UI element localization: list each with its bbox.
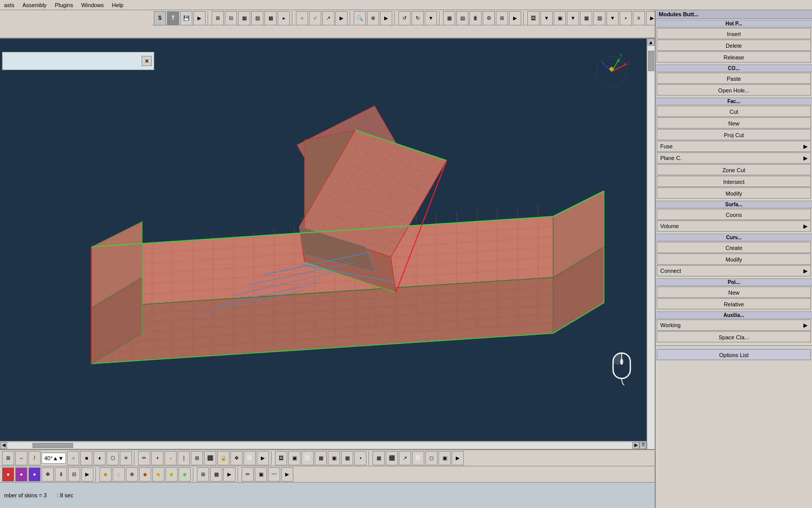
toolbar-btn-circle[interactable]: ○ bbox=[296, 11, 308, 25]
btn-intersect[interactable]: Intersect bbox=[657, 176, 811, 187]
bt2-func5[interactable]: 〰 bbox=[268, 467, 280, 482]
btn-release[interactable]: Release bbox=[657, 51, 811, 62]
bt2-color1[interactable]: ● bbox=[2, 467, 14, 482]
bt2-func4[interactable]: ▣ bbox=[255, 467, 267, 482]
bt-circle[interactable]: ○ bbox=[67, 451, 79, 465]
btn-new-poi[interactable]: New bbox=[657, 287, 811, 298]
bt2-diamond4[interactable]: ◆ bbox=[152, 467, 164, 482]
bt-view-c[interactable]: ⬜ bbox=[301, 451, 314, 465]
bt-grid[interactable]: ⊞ bbox=[191, 451, 203, 465]
bt-lock[interactable]: 🔒 bbox=[217, 451, 229, 465]
bt2-diamond2[interactable]: ◇ bbox=[113, 467, 125, 482]
bt-view-g[interactable]: ▪ bbox=[354, 451, 366, 465]
toolbar-btn-grid3[interactable]: ▦ bbox=[238, 11, 250, 25]
toolbar-btn-grid1[interactable]: ⊞ bbox=[212, 11, 224, 25]
bt-bar[interactable]: | bbox=[178, 451, 190, 465]
bt2-mesh1[interactable]: ⊞ bbox=[197, 467, 209, 482]
btn-relative[interactable]: Relative bbox=[657, 298, 811, 309]
btn-zone-cut[interactable]: Zone Cut bbox=[657, 164, 811, 175]
toolbar-btn-arrow[interactable]: ▶ bbox=[193, 11, 206, 25]
toolbar-btn-redo[interactable]: ↻ bbox=[412, 11, 424, 25]
bt2-arrow[interactable]: ▶ bbox=[81, 467, 93, 482]
bt2-func1[interactable]: Ⅱ bbox=[55, 467, 67, 482]
toolbar-btn-arrow9[interactable]: ▼ bbox=[567, 11, 579, 25]
toolbar-btn-view2[interactable]: ▣ bbox=[554, 11, 566, 25]
toolbar-btn-arrow6[interactable]: ▼ bbox=[425, 11, 437, 25]
menu-help[interactable]: Help bbox=[108, 2, 128, 8]
btn-fuse[interactable]: Fuse▶ bbox=[657, 141, 811, 152]
toolbar-btn-view5[interactable]: ▪ bbox=[620, 11, 632, 25]
options-list-button[interactable]: Options List bbox=[657, 349, 811, 360]
bt-arrow2[interactable]: ▶ bbox=[257, 451, 269, 465]
btn-proj-cut[interactable]: Proj Cut bbox=[657, 129, 811, 140]
bt-poly[interactable]: ⬡ bbox=[107, 451, 119, 465]
bt-pencil[interactable]: ✏ bbox=[138, 451, 150, 465]
bt2-arrow2[interactable]: ▶ bbox=[223, 467, 235, 482]
toolbar-btn-save[interactable]: 💾 bbox=[180, 11, 192, 25]
bt-func4[interactable]: ⬜ bbox=[412, 451, 424, 465]
toolbar-btn-arrow10[interactable]: ▼ bbox=[606, 11, 619, 25]
toolbar-btn-arrow7[interactable]: ▶ bbox=[509, 11, 521, 25]
menu-asts[interactable]: asts bbox=[0, 2, 18, 8]
bt2-mesh2[interactable]: ▦ bbox=[210, 467, 222, 482]
bt-star[interactable]: ✳ bbox=[120, 451, 132, 465]
btn-coons[interactable]: Coons bbox=[657, 209, 811, 220]
bt-arrow-r[interactable]: ▶ bbox=[452, 451, 464, 465]
dialog-close-button[interactable]: ✕ bbox=[142, 56, 152, 66]
bt-func5[interactable]: ◻ bbox=[425, 451, 437, 465]
toolbar-btn-grid5[interactable]: ▩ bbox=[264, 11, 277, 25]
toolbar-btn-table2[interactable]: ▤ bbox=[456, 11, 468, 25]
bt-plus[interactable]: + bbox=[151, 451, 163, 465]
menu-plugins[interactable]: Plugins bbox=[51, 2, 77, 8]
bt-cube[interactable]: ⬛ bbox=[204, 451, 216, 465]
bt2-view1[interactable]: ⊕ bbox=[126, 467, 138, 482]
btn-plane-c[interactable]: Plane C.▶ bbox=[657, 152, 811, 164]
btn-create[interactable]: Create bbox=[657, 242, 811, 253]
toolbar-btn-search[interactable]: 🔍 bbox=[354, 11, 366, 25]
toolbar-btn-arrow4[interactable]: ▶ bbox=[335, 11, 348, 25]
bt-heart[interactable]: ♦ bbox=[93, 451, 106, 465]
toolbar-btn-check[interactable]: ✓ bbox=[309, 11, 321, 25]
toolbar-btn-zoom[interactable]: ⊕ bbox=[367, 11, 379, 25]
bt-view-a[interactable]: 🖼 bbox=[275, 451, 287, 465]
toolbar-btn-arrow3[interactable]: ↗ bbox=[322, 11, 334, 25]
bt2-expand[interactable]: ✥ bbox=[42, 467, 54, 482]
bt-func1[interactable]: ▦ bbox=[373, 451, 385, 465]
bt-rect[interactable]: ■ bbox=[80, 451, 92, 465]
bt-move[interactable]: ✥ bbox=[230, 451, 243, 465]
bt-view-b[interactable]: ▣ bbox=[288, 451, 300, 465]
toolbar-btn-view3[interactable]: ▦ bbox=[580, 11, 592, 25]
bt-select[interactable]: ⊞ bbox=[2, 451, 14, 465]
toolbar-btn-t[interactable]: T bbox=[167, 11, 179, 25]
bt-line[interactable]: / bbox=[28, 451, 41, 465]
bt2-func6[interactable]: ▶ bbox=[281, 467, 293, 482]
bt-select2[interactable]: ↔ bbox=[15, 451, 27, 465]
btn-cut[interactable]: Cut bbox=[657, 106, 811, 117]
toolbar-btn-mesh[interactable]: ⊞ bbox=[496, 11, 508, 25]
bt-view-f[interactable]: ▩ bbox=[341, 451, 353, 465]
toolbar-btn-delete[interactable]: 🗑 bbox=[469, 11, 482, 25]
bt-view-e[interactable]: ▣ bbox=[328, 451, 340, 465]
btn-volume[interactable]: Volume▶ bbox=[657, 220, 811, 232]
toolbar-btn-table1[interactable]: ▦ bbox=[443, 11, 455, 25]
bt2-color3[interactable]: ● bbox=[28, 467, 41, 482]
bt2-diamond[interactable]: ◆ bbox=[99, 467, 112, 482]
bt-func6[interactable]: ▣ bbox=[438, 451, 451, 465]
horizontal-scrollbar[interactable]: ◀ ▶ ☰ bbox=[0, 441, 647, 449]
bt-minus[interactable]: - bbox=[164, 451, 177, 465]
toolbar-btn-undo[interactable]: ↺ bbox=[398, 11, 411, 25]
btn-space-cla[interactable]: Space Cla... bbox=[657, 331, 811, 342]
btn-connect[interactable]: Connect▶ bbox=[657, 265, 811, 276]
toolbar-btn-grid2[interactable]: ⊟ bbox=[225, 11, 237, 25]
btn-delete[interactable]: Delete bbox=[657, 40, 811, 51]
bt2-color2[interactable]: ● bbox=[15, 467, 27, 482]
toolbar-btn-list[interactable]: ≡ bbox=[633, 11, 645, 25]
bt2-diamond6[interactable]: ◆ bbox=[179, 467, 191, 482]
bt2-diamond5[interactable]: ◆ bbox=[165, 467, 178, 482]
btn-new-face[interactable]: New bbox=[657, 117, 811, 129]
btn-modify-curv[interactable]: Modify bbox=[657, 253, 811, 265]
bt-func3[interactable]: ↗ bbox=[399, 451, 411, 465]
bt-view-d[interactable]: ▦ bbox=[315, 451, 327, 465]
bt-func2[interactable]: ⬛ bbox=[386, 451, 398, 465]
toolbar-btn-arrow8[interactable]: ▼ bbox=[540, 11, 553, 25]
